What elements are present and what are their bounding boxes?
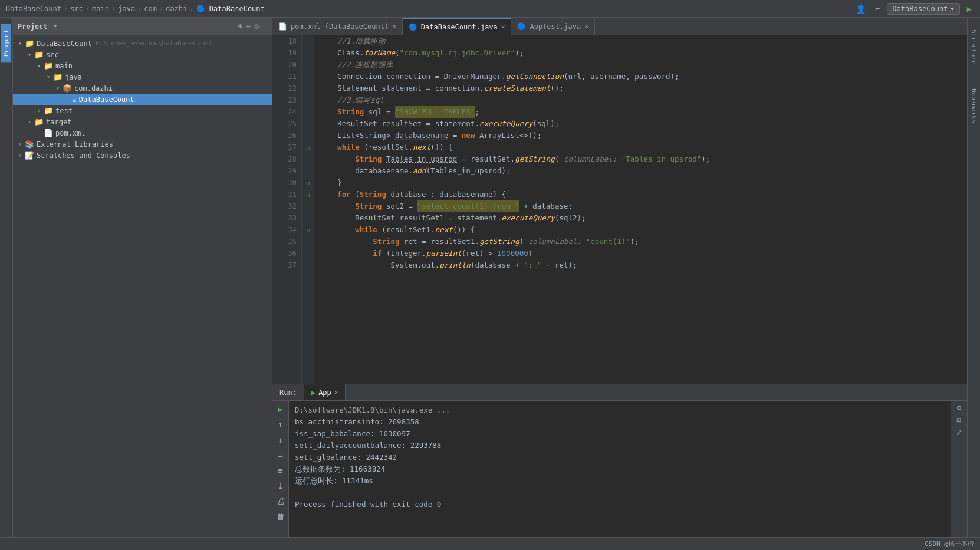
- tab-bar: 📄 pom.xml (DataBaseCount) ✕ 🔵 DataBaseCo…: [272, 18, 967, 35]
- code-line-35: String ret = resultSet1.getString( colum…: [320, 236, 967, 248]
- tree-label-pkg: com.dazhi: [74, 84, 113, 93]
- tree-item-pom[interactable]: 📄 pom.xml: [13, 127, 272, 139]
- tab-dbcount[interactable]: 🔵 DataBaseCount.java ✕: [403, 18, 512, 35]
- expand-pkg-arrow: ▾: [53, 85, 63, 91]
- structure-tab-vertical[interactable]: Structure: [969, 24, 979, 71]
- line-20: 20: [277, 59, 297, 71]
- console-line-3: sett_dailyaccountbalance: 2293788: [295, 440, 945, 452]
- project-tab-vertical[interactable]: Project: [1, 24, 11, 62]
- clear-button[interactable]: 🗑: [275, 511, 286, 522]
- line-34: 34: [277, 224, 297, 236]
- line-33: 33: [277, 212, 297, 224]
- rerun-button[interactable]: ▶: [277, 403, 284, 415]
- tree-item-java[interactable]: ▾ 📁 java: [13, 71, 272, 83]
- line-28: 28: [277, 153, 297, 165]
- console-line-5: 总数据条数为: 11663824: [295, 463, 945, 475]
- run-button[interactable]: ▶: [965, 3, 974, 15]
- close-panel-icon[interactable]: —: [262, 22, 267, 31]
- restore-tool-icon[interactable]: ⊡: [957, 416, 962, 424]
- tree-item-scratches[interactable]: › 📝 Scratches and Consoles: [13, 150, 272, 161]
- expand-target-arrow: ›: [25, 118, 34, 125]
- app-tab-close[interactable]: ✕: [334, 388, 338, 396]
- gutter-arrow-27: ◁: [302, 141, 314, 153]
- line-32: 32: [277, 200, 297, 212]
- scroll-down-button[interactable]: ↓: [277, 434, 284, 446]
- line-25: 25: [277, 118, 297, 130]
- tree-item-extlibs[interactable]: › 📚 External Libraries: [13, 139, 272, 150]
- tree-item-dbcount[interactable]: ☕ DataBaseCount: [13, 94, 272, 105]
- breadcrumb-item-1[interactable]: DataBaseCount: [6, 5, 61, 13]
- editor-area: 📄 pom.xml (DataBaseCount) ✕ 🔵 DataBaseCo…: [272, 18, 967, 537]
- tab-apptest[interactable]: 🔵 AppTest.java ✕: [511, 18, 594, 35]
- wrap-lines-button[interactable]: ↵: [277, 449, 284, 461]
- code-content[interactable]: //1.加载驱动 Class.forName("com.mysql.cj.jdb…: [314, 35, 967, 384]
- breadcrumb-item-6[interactable]: dazhi: [166, 5, 187, 13]
- line-26: 26: [277, 130, 297, 141]
- tree-item-comdazhi[interactable]: ▾ 📦 com.dazhi: [13, 83, 272, 94]
- code-line-19: Class.forName("com.mysql.cj.jdbc.Driver"…: [320, 47, 967, 59]
- print-button[interactable]: 🖨: [275, 495, 286, 507]
- breadcrumb-item-4[interactable]: java: [118, 5, 135, 13]
- extlibs-icon: 📚: [25, 140, 34, 149]
- titlebar-right: 👤 ⬅ DataBaseCount ▾ ▶: [853, 3, 974, 15]
- bookmarks-tab-vertical[interactable]: Bookmarks: [969, 83, 979, 130]
- bottom-right-tools: ⚙ ⊡ ⤢: [951, 401, 967, 537]
- breadcrumb-item-5[interactable]: com: [144, 5, 157, 13]
- console-line-0: D:\software\JDK1.8\bin\java.exe ...: [295, 404, 945, 416]
- expand-java-arrow: ▾: [44, 74, 53, 80]
- code-line-34: while (resultSet1.next()) {: [320, 224, 967, 236]
- settings-tool-icon[interactable]: ⚙: [957, 403, 962, 412]
- line-numbers: 18 19 20 21 22 23 24 25 26 27 28 29 30 3…: [272, 35, 302, 384]
- maximize-tool-icon[interactable]: ⤢: [956, 428, 962, 437]
- watermark-text: CSDN @橘子不橙: [925, 539, 974, 548]
- line-30: 30: [277, 177, 297, 189]
- console-line-4: sett_glbalance: 2442342: [295, 452, 945, 463]
- scroll-up-button[interactable]: ↑: [277, 419, 284, 430]
- run-config-dropdown[interactable]: DataBaseCount ▾: [887, 3, 959, 15]
- console-line-7: [295, 487, 945, 499]
- app-tab[interactable]: ▶ App ✕: [304, 384, 346, 400]
- code-line-32: String sql2 = "select count(1) from " + …: [320, 200, 967, 212]
- statusbar: CSDN @橘子不橙: [0, 537, 980, 550]
- tab-close-apptest[interactable]: ✕: [584, 22, 588, 30]
- breadcrumb-item-3[interactable]: main: [92, 5, 109, 13]
- tree-label-java: java: [65, 73, 82, 81]
- breadcrumb-item-2[interactable]: src: [70, 5, 83, 13]
- titlebar: DataBaseCount › src › main › java › com …: [0, 0, 980, 18]
- tab-label-apptest: AppTest.java: [530, 22, 581, 31]
- line-37: 37: [277, 259, 297, 271]
- tab-pom[interactable]: 📄 pom.xml (DataBaseCount) ✕: [272, 18, 403, 35]
- project-title: Project: [18, 22, 48, 31]
- outer-right-panel: Structure Bookmarks: [967, 18, 980, 537]
- app-tab-label: App: [318, 388, 331, 397]
- soft-wrap-button[interactable]: ≡: [277, 465, 284, 476]
- tree-item-root[interactable]: ▾ 📁 DataBaseCount E:\code\javacode\DataB…: [13, 38, 272, 49]
- tree-item-src[interactable]: ▾ 📁 src: [13, 49, 272, 60]
- user-icon[interactable]: 👤: [853, 3, 868, 15]
- settings-icon[interactable]: ⚙: [254, 22, 259, 31]
- expand-main-arrow: ▾: [34, 62, 44, 69]
- expand-src-arrow: ▾: [25, 51, 34, 58]
- tree-item-main[interactable]: ▾ 📁 main: [13, 60, 272, 71]
- scratches-icon: 📝: [25, 151, 34, 160]
- code-line-20: //2.连接数据库: [320, 59, 967, 71]
- gutter-arrow-30: ◁: [302, 177, 314, 189]
- tree-item-test[interactable]: › 📁 test: [13, 105, 272, 116]
- code-line-25: ResultSet resultSet = statement.executeQ…: [320, 118, 967, 130]
- code-line-18: //1.加载驱动: [320, 35, 967, 47]
- tab-close-dbcount[interactable]: ✕: [501, 23, 505, 31]
- java-file-icon: ☕: [72, 95, 77, 104]
- outer-left-panel: Project: [0, 18, 13, 537]
- scroll-end-button[interactable]: ⤓: [276, 480, 285, 492]
- expand-extlibs-arrow: ›: [15, 141, 25, 147]
- code-gutter: ◁ ◁ ◁ ◁: [302, 35, 314, 384]
- tab-close-pom[interactable]: ✕: [392, 22, 396, 30]
- collapse-all-icon[interactable]: ≡: [246, 22, 251, 31]
- locate-icon[interactable]: ⊕: [238, 22, 243, 31]
- tree-label-pom: pom.xml: [55, 129, 85, 137]
- navigate-back-icon[interactable]: ⬅: [873, 3, 882, 15]
- breadcrumb-item-7[interactable]: 🔵 DataBaseCount: [196, 5, 265, 13]
- project-dropdown-arrow[interactable]: ▾: [54, 22, 58, 30]
- tree-item-target[interactable]: › 📁 target: [13, 116, 272, 127]
- console-output: D:\software\JDK1.8\bin\java.exe ... bs_a…: [289, 401, 951, 537]
